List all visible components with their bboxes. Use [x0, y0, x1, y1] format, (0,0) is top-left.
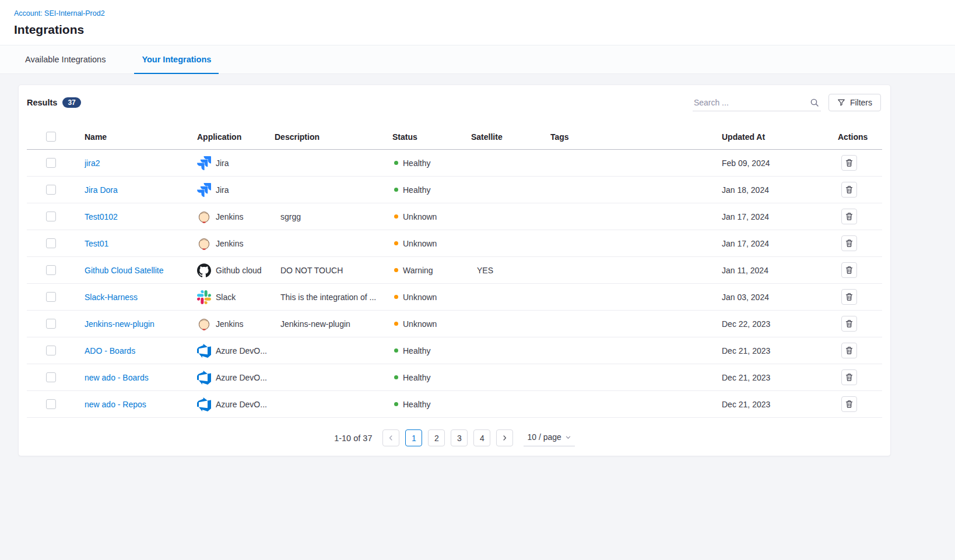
status-dot — [394, 375, 398, 379]
row-checkbox[interactable] — [46, 319, 56, 329]
updated-at-cell: Jan 17, 2024 — [722, 239, 838, 248]
integration-name-link[interactable]: Test0102 — [85, 212, 118, 221]
row-checkbox[interactable] — [46, 185, 56, 195]
page-size-select[interactable]: 10 / page — [524, 429, 574, 446]
updated-at-cell: Dec 22, 2023 — [722, 319, 838, 329]
tab-available-integrations[interactable]: Available Integrations — [17, 45, 113, 73]
description-cell: DO NOT TOUCH — [275, 266, 392, 275]
column-header-updated-at: Updated At — [722, 132, 838, 142]
account-link[interactable]: Account: SEI-Internal-Prod2 — [14, 9, 105, 17]
table-row: Jira Dora Jira Healthy Jan 18, 2024 — [27, 177, 882, 203]
table-row: Jenkins-new-plugin Jenkins Jenkins-new-p… — [27, 311, 882, 337]
status-dot — [394, 241, 398, 245]
toolbar-right: Filters — [693, 94, 881, 111]
integration-name-link[interactable]: Github Cloud Satellite — [85, 266, 163, 275]
chevron-down-icon — [565, 434, 571, 441]
integration-name-link[interactable]: new ado - Boards — [85, 373, 149, 382]
table-row: new ado - Repos Azure DevO... Healthy De… — [27, 391, 882, 418]
status-label: Healthy — [403, 400, 430, 409]
updated-at-cell: Dec 21, 2023 — [722, 346, 838, 355]
select-all-checkbox[interactable] — [46, 132, 56, 142]
row-checkbox[interactable] — [46, 372, 56, 382]
tab-your-integrations[interactable]: Your Integrations — [134, 45, 219, 73]
status-label: Healthy — [403, 346, 430, 355]
description-cell: Jenkins-new-plugin — [275, 319, 392, 329]
delete-button[interactable] — [841, 316, 857, 332]
updated-at-cell: Dec 21, 2023 — [722, 400, 838, 409]
row-checkbox[interactable] — [46, 399, 56, 409]
tab-bar: Available Integrations Your Integrations — [0, 45, 955, 74]
row-checkbox[interactable] — [46, 346, 56, 355]
status-label: Healthy — [403, 185, 430, 195]
column-header-tags: Tags — [550, 132, 722, 142]
search-input[interactable] — [693, 98, 821, 107]
integration-name-link[interactable]: new ado - Repos — [85, 400, 146, 409]
application-label: Jenkins — [216, 239, 243, 248]
delete-button[interactable] — [841, 235, 857, 251]
integration-name-link[interactable]: jira2 — [85, 159, 100, 168]
filters-button[interactable]: Filters — [828, 94, 881, 111]
results-label: Results — [27, 98, 57, 107]
trash-icon — [845, 212, 854, 221]
row-checkbox[interactable] — [46, 238, 56, 248]
status-dot — [394, 268, 398, 272]
table-row: Test01 Jenkins Unknown Jan 17, 2024 — [27, 230, 882, 257]
delete-button[interactable] — [841, 369, 857, 385]
status-dot — [394, 402, 398, 406]
updated-at-cell: Jan 03, 2024 — [722, 293, 838, 302]
toolbar: Results 37 Filters — [19, 85, 890, 118]
delete-button[interactable] — [841, 209, 857, 224]
slack-icon — [197, 290, 211, 304]
table-body: jira2 Jira Healthy Feb 09, 2024 J — [27, 150, 882, 418]
page-button-4[interactable]: 4 — [473, 429, 490, 446]
column-header-application: Application — [197, 132, 275, 142]
column-header-satellite: Satellite — [471, 132, 550, 142]
search-icon — [810, 98, 819, 107]
integrations-page: Account: SEI-Internal-Prod2 Integrations… — [0, 0, 955, 456]
application-label: Jira — [216, 159, 229, 168]
prev-page-button[interactable] — [382, 429, 399, 446]
pagination: 1-10 of 37 1 2 3 4 10 / page — [19, 418, 890, 456]
integration-name-link[interactable]: Test01 — [85, 239, 108, 248]
row-checkbox[interactable] — [46, 265, 56, 275]
delete-button[interactable] — [841, 262, 857, 278]
next-page-button[interactable] — [496, 429, 513, 446]
delete-button[interactable] — [841, 182, 857, 198]
table-row: Slack-Harness Slack This is the integrat… — [27, 284, 882, 311]
application-label: Jenkins — [216, 319, 243, 329]
table-header-row: Name Application Description Status Sate… — [27, 124, 882, 150]
status-label: Unknown — [403, 319, 437, 329]
chevron-left-icon — [387, 434, 395, 442]
azure-devops-icon — [197, 344, 211, 358]
status-dot — [394, 188, 398, 192]
trash-icon — [845, 266, 854, 274]
column-header-name: Name — [85, 132, 197, 142]
application-label: Github cloud — [216, 266, 262, 275]
row-checkbox[interactable] — [46, 212, 56, 221]
table-row: Test0102 Jenkins sgrgg Unknown Jan 17, 2… — [27, 203, 882, 230]
integration-name-link[interactable]: Slack-Harness — [85, 293, 138, 302]
results-summary: Results 37 — [27, 97, 81, 108]
integration-name-link[interactable]: ADO - Boards — [85, 346, 135, 355]
row-checkbox[interactable] — [46, 292, 56, 302]
row-checkbox[interactable] — [46, 158, 56, 168]
azure-devops-icon — [197, 397, 211, 411]
page-button-1[interactable]: 1 — [405, 429, 422, 446]
status-label: Healthy — [403, 159, 430, 168]
filters-label: Filters — [850, 98, 872, 107]
status-label: Warning — [403, 266, 433, 275]
integration-name-link[interactable]: Jira Dora — [85, 185, 118, 195]
github-icon — [197, 263, 211, 277]
delete-button[interactable] — [841, 343, 857, 358]
page-button-3[interactable]: 3 — [451, 429, 468, 446]
delete-button[interactable] — [841, 396, 857, 412]
page-button-2[interactable]: 2 — [428, 429, 445, 446]
pagination-range: 1-10 of 37 — [334, 434, 372, 443]
delete-button[interactable] — [841, 155, 857, 171]
trash-icon — [845, 293, 854, 301]
application-label: Jira — [216, 185, 229, 195]
jira-icon — [197, 183, 211, 197]
delete-button[interactable] — [841, 289, 857, 305]
page-header: Account: SEI-Internal-Prod2 Integrations — [0, 0, 955, 45]
integration-name-link[interactable]: Jenkins-new-plugin — [85, 319, 155, 329]
